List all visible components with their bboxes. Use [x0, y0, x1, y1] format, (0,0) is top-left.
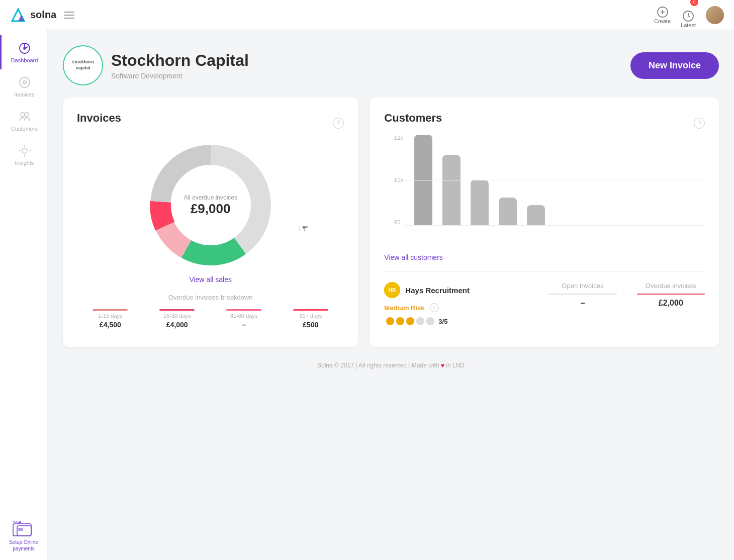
sidebar-item-invoices[interactable]: Invoices	[0, 69, 47, 104]
svg-point-7	[24, 47, 26, 49]
sidebar-item-customers[interactable]: Customers	[0, 104, 47, 138]
main-content: stockhorn capital Stockhorn Capital Soft…	[48, 30, 734, 560]
svg-point-12	[22, 148, 27, 153]
open-invoices-value: –	[548, 299, 616, 308]
nav-right: Create 0 Latest	[654, 2, 724, 28]
view-all-sales-link[interactable]: View all sales	[77, 275, 344, 284]
invoices-card: Invoices ?	[63, 98, 358, 347]
open-invoices-col: Open Invoices –	[548, 282, 616, 308]
svg-text:VISA: VISA	[13, 521, 21, 524]
breakdown-title: Overdue invoices breakdown	[77, 294, 344, 301]
page-header: stockhorn capital Stockhorn Capital Soft…	[63, 45, 719, 85]
sidebar-item-insights[interactable]: Insights	[0, 138, 47, 172]
setup-payments-label: Setup Online payments	[4, 539, 43, 552]
company-name: Stockhorn Capital	[111, 51, 249, 70]
notification-badge: 0	[690, 0, 698, 6]
customers-detail-left: HR Hays Recruitment Medium Risk ?	[384, 282, 540, 325]
svg-text:HR: HR	[389, 288, 396, 293]
sidebar-label-customers: Customers	[11, 126, 38, 132]
company-info: stockhorn capital Stockhorn Capital Soft…	[63, 45, 249, 85]
overdue-invoices-col: Overdue invoices £2,000	[637, 282, 705, 308]
svg-point-11	[25, 113, 29, 117]
svg-rect-19	[18, 528, 23, 531]
breakdown-days-0: 1-15 days	[98, 313, 122, 319]
nav-left: solna	[10, 7, 74, 23]
hamburger-button[interactable]	[64, 12, 74, 19]
customers-help-icon[interactable]: ?	[694, 118, 705, 129]
company-logo-text: stockhorn capital	[64, 57, 102, 73]
bar-col-2	[471, 180, 489, 225]
sidebar-label-invoices: Invoices	[14, 91, 34, 98]
customers-card-title: Customers	[384, 112, 442, 125]
overdue-invoices-title: Overdue invoices	[637, 282, 705, 290]
overdue-invoices-divider	[637, 294, 705, 295]
risk-dot-2	[396, 317, 404, 325]
donut-svg	[145, 140, 276, 270]
top-nav: solna Create 0 Latest	[0, 0, 734, 30]
breakdown-item-2: 31-60 days –	[226, 309, 261, 329]
footer: Solna © 2017 | All rights reserved | Mad…	[63, 347, 719, 384]
bar-col-4	[527, 205, 545, 225]
bar-col-1	[442, 155, 461, 225]
customer-avatar: HR	[384, 282, 400, 298]
customers-detail: HR Hays Recruitment Medium Risk ?	[384, 282, 705, 325]
customers-detail-right: Open Invoices – Overdue invoices £2,000	[548, 282, 705, 325]
create-button[interactable]: Create	[654, 6, 671, 24]
logo: solna	[10, 7, 56, 23]
view-all-customers-link[interactable]: View all customers	[384, 253, 705, 261]
bar-col-3	[499, 198, 517, 225]
breakdown-days-1: 16-30 days	[163, 313, 191, 319]
breakdown-days-2: 31-60 days	[230, 313, 257, 319]
breakdown-amount-3: £500	[303, 321, 318, 329]
latest-label: Latest	[681, 22, 696, 28]
customer-name: Hays Recruitment	[405, 286, 470, 295]
breakdown-item-3: 61+ days £500	[293, 309, 328, 329]
svg-point-10	[21, 113, 25, 117]
risk-dot-1	[386, 317, 394, 325]
risk-dots-row: 3/5	[384, 317, 540, 325]
risk-dot-5	[426, 317, 434, 325]
footer-text: Solna © 2017 | All rights reserved | Mad…	[317, 362, 439, 369]
sidebar-item-dashboard[interactable]: Dashboard	[0, 35, 47, 69]
breakdown-days-3: 61+ days	[299, 313, 322, 319]
breakdown-item-0: 1-15 days £4,500	[93, 309, 128, 329]
breakdown-bars: 1-15 days £4,500 16-30 days £4,000 31-60…	[77, 309, 344, 329]
create-label: Create	[654, 18, 671, 24]
open-invoices-divider	[548, 294, 616, 295]
breakdown-item-1: 16-30 days £4,000	[159, 309, 195, 329]
money-section: Open Invoices – Overdue invoices £2,000	[548, 282, 705, 308]
bar-chart: £2k £1k £0	[384, 135, 705, 245]
svg-point-9	[23, 81, 26, 84]
company-details: Stockhorn Capital Software Development	[111, 51, 249, 80]
y-label-1k: £1k	[394, 177, 403, 183]
risk-label: Medium Risk	[384, 304, 424, 312]
footer-heart-icon: ♥	[441, 362, 444, 369]
setup-payments-button[interactable]: VISA Setup Online payments	[0, 513, 47, 560]
open-invoices-title: Open Invoices	[548, 282, 616, 290]
breakdown-amount-1: £4,000	[166, 321, 188, 329]
risk-dot-4	[416, 317, 424, 325]
new-invoice-button[interactable]: New Invoice	[630, 52, 719, 79]
breakdown-amount-0: £4,500	[100, 321, 121, 329]
sidebar-label-dashboard: Dashboard	[11, 57, 38, 63]
footer-text2: in LND	[446, 362, 465, 369]
risk-help-icon[interactable]: ?	[430, 303, 439, 312]
customer-row: HR Hays Recruitment	[384, 282, 540, 298]
customers-card: Customers ? £2k £1k £0	[370, 98, 719, 347]
y-label-2k: £2k	[394, 135, 403, 141]
company-type: Software Development	[111, 72, 249, 80]
company-logo: stockhorn capital	[63, 45, 103, 85]
sidebar: Dashboard Invoices Customers Insights	[0, 30, 48, 560]
breakdown-amount-2: –	[242, 321, 246, 329]
app-name: solna	[30, 9, 56, 21]
cards-row: Invoices ?	[63, 98, 719, 347]
user-avatar[interactable]	[706, 6, 724, 24]
invoices-card-title: Invoices	[77, 112, 121, 125]
latest-button[interactable]: 0 Latest	[681, 2, 696, 28]
y-label-0: £0	[394, 219, 403, 225]
invoices-help-icon[interactable]: ?	[333, 118, 344, 129]
svg-point-8	[20, 77, 30, 87]
customer-section: HR Hays Recruitment Medium Risk ?	[384, 271, 705, 325]
risk-row: Medium Risk ?	[384, 303, 540, 312]
risk-dots	[386, 317, 434, 325]
